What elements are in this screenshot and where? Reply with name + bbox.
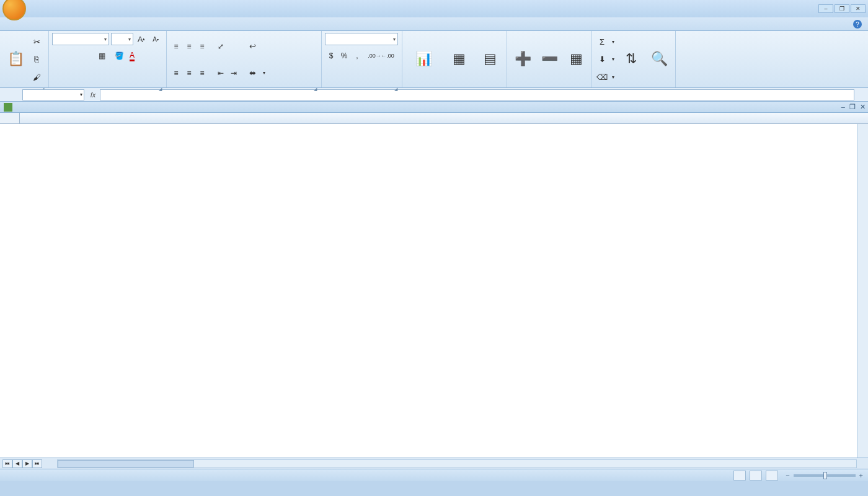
sigma-icon: Σ	[597, 37, 607, 46]
table-icon: ▦	[449, 49, 469, 69]
normal-view-button[interactable]	[733, 471, 746, 480]
zoom-in-button[interactable]: +	[859, 472, 863, 479]
group-label	[325, 86, 399, 87]
number-format-combo[interactable]: ▾	[325, 33, 398, 45]
fx-button[interactable]: fx	[86, 89, 100, 100]
window-controls: – ❐ ✕	[818, 4, 866, 13]
group-clipboard: 📋 ✂ ⎘ 🖌	[0, 31, 49, 87]
decrease-decimal-button[interactable]: ←.00	[381, 50, 394, 62]
bold-button[interactable]	[52, 50, 64, 62]
doc-restore-button[interactable]: ❐	[849, 103, 856, 111]
comma-button[interactable]: ,	[351, 50, 363, 62]
increase-font-button[interactable]: A▴	[135, 33, 148, 45]
restore-button[interactable]: ❐	[835, 4, 849, 13]
title-bar: – ❐ ✕	[0, 0, 868, 17]
italic-button[interactable]	[65, 50, 78, 62]
doc-minimize-button[interactable]: –	[841, 103, 845, 111]
group-label	[510, 86, 588, 87]
redo-icon[interactable]	[58, 3, 69, 14]
find-select-button[interactable]: 🔍	[646, 33, 672, 86]
vertical-scrollbar[interactable]	[857, 124, 868, 458]
group-label	[170, 86, 318, 87]
next-sheet-button[interactable]: ▶	[22, 459, 32, 468]
paste-button[interactable]: 📋	[3, 33, 28, 86]
format-button[interactable]: ▦	[564, 33, 588, 86]
scrollbar-thumb[interactable]	[58, 460, 194, 467]
spreadsheet-grid	[0, 113, 868, 458]
close-button[interactable]: ✕	[851, 4, 866, 13]
align-top-button[interactable]: ≡	[170, 40, 182, 53]
percent-button[interactable]: %	[338, 50, 350, 62]
sort-icon: ⇅	[621, 49, 641, 69]
quick-access-toolbar	[31, 3, 83, 14]
page-break-view-button[interactable]	[766, 471, 778, 480]
cell-styles-icon: ▤	[480, 49, 500, 69]
zoom-thumb[interactable]	[823, 472, 827, 479]
autosum-button[interactable]: Σ▾	[595, 35, 616, 48]
fill-button[interactable]: ⬇▾	[595, 53, 616, 66]
sort-filter-button[interactable]: ⇅	[618, 33, 644, 86]
conditional-formatting-button[interactable]: 📊	[405, 33, 441, 86]
fill-color-button[interactable]: 🪣	[113, 50, 125, 62]
cell-styles-button[interactable]: ▤	[476, 33, 503, 86]
page-layout-view-button[interactable]	[750, 471, 762, 480]
group-label	[595, 86, 672, 87]
decrease-indent-button[interactable]: ⇤	[215, 67, 227, 79]
align-middle-button[interactable]: ≡	[183, 40, 195, 53]
column-headers	[0, 113, 868, 124]
group-label	[3, 86, 45, 87]
group-cells: ➕ ➖ ▦	[507, 31, 592, 87]
cut-button[interactable]: ✂	[30, 35, 45, 48]
border-button[interactable]: ▦	[95, 50, 108, 62]
name-box[interactable]: ▾	[22, 89, 84, 100]
qat-more-icon[interactable]	[72, 3, 83, 14]
merge-center-button[interactable]: ⬌▾	[246, 66, 267, 80]
group-number: ▾ $ % , .00→ ←.00	[322, 31, 402, 87]
copy-icon: ⎘	[32, 55, 42, 64]
last-sheet-button[interactable]: ⏭	[32, 459, 42, 468]
select-all-button[interactable]	[0, 113, 20, 123]
horizontal-scrollbar[interactable]	[57, 459, 857, 468]
fill-icon: ⬇	[597, 55, 607, 64]
zoom-slider[interactable]	[794, 474, 856, 477]
wrap-icon: ↩	[247, 42, 257, 51]
undo-icon[interactable]	[45, 3, 56, 14]
decrease-font-button[interactable]: A▾	[149, 33, 162, 45]
cut-icon: ✂	[32, 37, 42, 46]
ribbon: 📋 ✂ ⎘ 🖌 ▾ ▾ A▴ A▾ ▦	[0, 31, 868, 88]
zoom-out-button[interactable]: −	[786, 472, 789, 479]
font-name-combo[interactable]: ▾	[52, 33, 109, 45]
first-sheet-button[interactable]: ⏮	[2, 459, 12, 468]
ribbon-tabs: ?	[0, 17, 868, 31]
doc-close-button[interactable]: ✕	[860, 103, 866, 111]
document-title-bar: – ❐ ✕	[0, 102, 868, 113]
help-icon[interactable]: ?	[853, 20, 862, 29]
increase-indent-button[interactable]: ⇥	[228, 67, 240, 79]
currency-button[interactable]: $	[325, 50, 337, 62]
align-left-button[interactable]: ≡	[170, 67, 182, 79]
underline-button[interactable]	[78, 50, 91, 62]
save-icon[interactable]	[31, 3, 42, 14]
wrap-text-button[interactable]: ↩	[246, 40, 267, 53]
eraser-icon: ⌫	[597, 73, 607, 82]
delete-button[interactable]: ➖	[537, 33, 562, 86]
font-size-combo[interactable]: ▾	[111, 33, 133, 45]
merge-icon: ⬌	[247, 68, 257, 78]
align-right-button[interactable]: ≡	[196, 67, 208, 79]
group-alignment: ≡ ≡ ≡ ⤢ ≡ ≡ ≡ ⇤ ⇥ ↩ ⬌▾	[167, 31, 322, 87]
chevron-down-icon: ▾	[80, 92, 82, 97]
increase-decimal-button[interactable]: .00→	[368, 50, 381, 62]
clear-button[interactable]: ⌫▾	[595, 71, 616, 84]
align-bottom-button[interactable]: ≡	[196, 40, 208, 53]
chevron-down-icon: ▾	[104, 37, 107, 42]
format-painter-button[interactable]: 🖌	[30, 71, 45, 84]
minimize-button[interactable]: –	[818, 4, 833, 13]
format-as-table-button[interactable]: ▦	[443, 33, 474, 86]
prev-sheet-button[interactable]: ◀	[12, 459, 22, 468]
insert-button[interactable]: ➕	[510, 33, 535, 86]
copy-button[interactable]: ⎘	[30, 53, 45, 66]
orientation-button[interactable]: ⤢	[215, 40, 227, 53]
formula-input[interactable]	[100, 89, 854, 100]
font-color-button[interactable]: A	[126, 50, 138, 62]
align-center-button[interactable]: ≡	[183, 67, 195, 79]
